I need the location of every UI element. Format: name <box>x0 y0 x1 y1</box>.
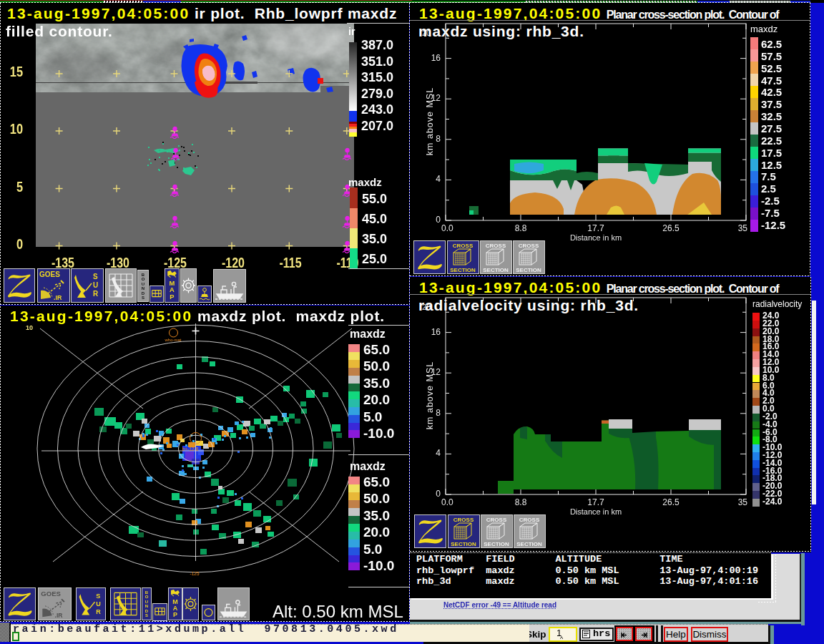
svg-text:CROSS: CROSS <box>519 517 540 523</box>
svg-text:CROSS: CROSS <box>486 243 506 249</box>
svg-text:SECTION: SECTION <box>451 541 476 547</box>
svg-text:SECTION: SECTION <box>450 267 476 273</box>
svg-text:CROSS: CROSS <box>453 243 474 249</box>
svg-text:CROSS: CROSS <box>519 243 539 249</box>
svg-text:SECTION: SECTION <box>484 541 509 547</box>
svg-text:CROSS: CROSS <box>486 517 507 523</box>
svg-text:SECTION: SECTION <box>516 541 542 547</box>
svg-text:CROSS: CROSS <box>453 517 474 523</box>
svg-text:SECTION: SECTION <box>483 267 509 273</box>
svg-text:SECTION: SECTION <box>516 267 541 273</box>
